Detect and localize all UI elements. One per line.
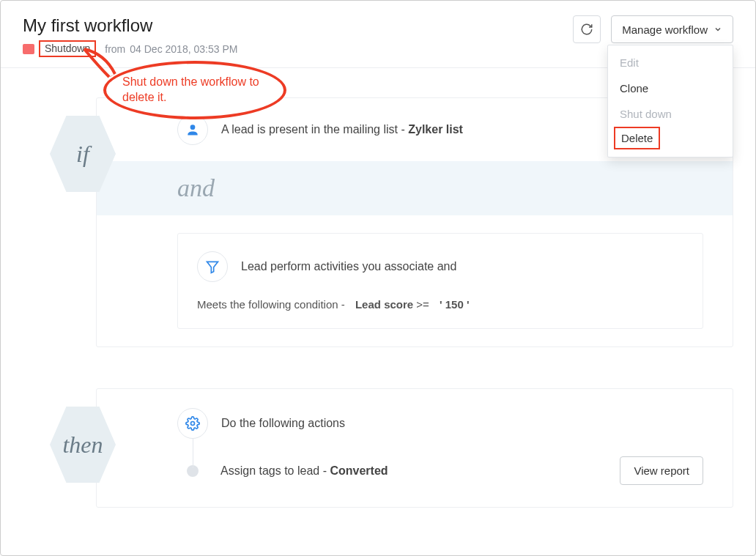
- condition-operator: >=: [416, 298, 429, 311]
- activity-card: Lead perform activities you associate an…: [177, 233, 703, 329]
- view-report-button[interactable]: View report: [620, 456, 703, 485]
- svg-point-0: [190, 125, 196, 130]
- and-label: and: [177, 174, 215, 201]
- trigger-prefix: A lead is present in the mailing list -: [221, 123, 408, 136]
- funnel-icon: [197, 251, 228, 282]
- dropdown-item-shutdown[interactable]: Shut down: [608, 101, 733, 127]
- svg-point-2: [191, 422, 195, 426]
- condition-field: Lead score: [355, 298, 413, 311]
- from-date: 04 Dec 2018, 03:53 PM: [130, 43, 237, 55]
- page-title: My first workflow: [23, 15, 573, 36]
- annotation-tail-icon: [83, 48, 134, 81]
- dropdown-item-edit[interactable]: Edit: [608, 50, 733, 75]
- manage-workflow-label: Manage workflow: [622, 23, 708, 36]
- refresh-button[interactable]: [573, 15, 601, 43]
- annotation-text: Shut down the workflow to delete it.: [122, 75, 284, 105]
- and-band: and: [97, 161, 733, 215]
- if-label: if: [76, 141, 89, 168]
- svg-marker-1: [207, 262, 218, 273]
- dropdown-item-delete[interactable]: Delete: [614, 127, 660, 149]
- trigger-list-name: Zylker list: [408, 123, 463, 136]
- then-card: then Do the following actions Assign tag…: [96, 388, 733, 508]
- manage-workflow-button[interactable]: Manage workflow: [611, 15, 733, 43]
- timeline-line: [193, 439, 193, 468]
- activity-header: Lead perform activities you associate an…: [241, 260, 456, 273]
- gear-icon: [177, 408, 208, 439]
- manage-workflow-dropdown: Edit Clone Shut down Delete: [607, 45, 733, 157]
- action-prefix: Assign tags to lead -: [220, 464, 330, 477]
- actions-header-row: Do the following actions: [177, 408, 703, 439]
- then-label: then: [62, 431, 103, 459]
- chevron-down-icon: [714, 25, 722, 34]
- action-tag: Converted: [330, 464, 388, 477]
- status-indicator-icon: [23, 44, 34, 54]
- refresh-icon: [580, 23, 593, 36]
- actions-header: Do the following actions: [221, 417, 345, 430]
- dropdown-item-clone[interactable]: Clone: [608, 75, 733, 101]
- condition-row: Meets the following condition - Lead sco…: [197, 298, 683, 311]
- annotation-callout: Shut down the workflow to delete it.: [103, 61, 294, 124]
- condition-prefix: Meets the following condition -: [197, 298, 345, 311]
- condition-value: ' 150 ': [440, 298, 470, 311]
